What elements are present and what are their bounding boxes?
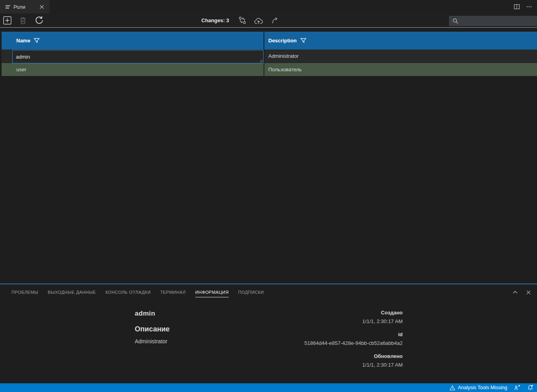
grid-header-row: Name Description bbox=[2, 32, 537, 49]
column-name-label: Name bbox=[16, 38, 30, 44]
add-row-button[interactable] bbox=[3, 16, 11, 25]
table-row-admin[interactable]: admin Administrator bbox=[2, 49, 537, 63]
panel-tab-information[interactable]: ИНФОРМАЦИЯ bbox=[191, 284, 233, 299]
information-view: admin Описание Administrator Создано 1/1… bbox=[135, 310, 403, 375]
list-icon bbox=[5, 4, 11, 10]
row-gutter[interactable] bbox=[2, 63, 12, 76]
name-cell-value: admin bbox=[16, 54, 30, 60]
description-cell[interactable]: Пользователь bbox=[264, 63, 302, 76]
editor-tab-bar: Роли bbox=[0, 0, 537, 13]
description-heading: Описание bbox=[135, 325, 170, 333]
table-row-user[interactable]: user Пользователь bbox=[2, 63, 537, 76]
tab-title: Роли bbox=[13, 4, 35, 10]
field-id: id 51864d44-e857-428e-94bb-cb52a6abb4a2 bbox=[304, 331, 403, 346]
close-panel-icon[interactable] bbox=[524, 288, 532, 296]
git-compare-icon[interactable] bbox=[238, 16, 247, 25]
filter-icon[interactable] bbox=[300, 38, 306, 43]
refresh-icon[interactable] bbox=[34, 16, 44, 25]
roles-data-grid: Name Description a bbox=[2, 32, 537, 76]
delete-row-button[interactable] bbox=[19, 17, 27, 25]
row-gutter[interactable] bbox=[2, 49, 12, 63]
status-warning[interactable]: Analysis Tools Missing bbox=[449, 383, 507, 392]
panel-tab-terminal[interactable]: ТЕРМИНАЛ bbox=[156, 284, 190, 299]
tab-roles[interactable]: Роли bbox=[0, 0, 50, 13]
more-actions-icon[interactable] bbox=[526, 4, 532, 10]
search-icon bbox=[452, 18, 459, 24]
column-header-name[interactable]: Name bbox=[12, 38, 40, 44]
redo-icon[interactable] bbox=[271, 17, 278, 24]
search-input[interactable] bbox=[449, 16, 537, 26]
search-field[interactable] bbox=[461, 18, 528, 24]
panel-tab-output[interactable]: ВЫХОДНЫЕ ДАННЫЕ bbox=[43, 284, 100, 299]
panel-tab-problems[interactable]: ПРОБЛЕМЫ bbox=[7, 284, 42, 299]
chevron-up-icon[interactable] bbox=[511, 288, 519, 296]
column-description-label: Description bbox=[268, 38, 297, 44]
column-header-description[interactable]: Description bbox=[264, 38, 306, 44]
bottom-panel: ПРОБЛЕМЫ ВЫХОДНЫЕ ДАННЫЕ КОНСОЛЬ ОТЛАДКИ… bbox=[0, 284, 537, 383]
name-cell[interactable]: user bbox=[12, 63, 26, 76]
filter-icon[interactable] bbox=[34, 38, 40, 43]
close-icon[interactable] bbox=[38, 3, 46, 11]
feedback-icon[interactable] bbox=[514, 383, 520, 392]
cloud-upload-icon[interactable] bbox=[254, 17, 263, 24]
panel-tab-subscriptions[interactable]: ПОДПИСКИ bbox=[234, 284, 268, 299]
changes-count-label: Changes: 3 bbox=[201, 17, 229, 23]
description-cell[interactable]: Administrator bbox=[264, 49, 299, 63]
description-text: Administrator bbox=[135, 338, 170, 344]
editor-toolbar: Changes: 3 bbox=[0, 13, 537, 28]
panel-tab-debug-console[interactable]: КОНСОЛЬ ОТЛАДКИ bbox=[101, 284, 155, 299]
panel-tab-bar: ПРОБЛЕМЫ ВЫХОДНЫЕ ДАННЫЕ КОНСОЛЬ ОТЛАДКИ… bbox=[0, 284, 537, 299]
split-editor-icon[interactable] bbox=[514, 4, 520, 10]
bell-dot-icon[interactable] bbox=[527, 383, 533, 392]
warning-icon bbox=[449, 385, 455, 390]
record-title: admin bbox=[135, 310, 170, 318]
name-cell-editor[interactable]: admin bbox=[12, 50, 264, 63]
header-gutter bbox=[2, 32, 12, 49]
field-created: Создано 1/1/1, 2:30:17 AM bbox=[304, 310, 403, 324]
status-warning-label: Analysis Tools Missing bbox=[458, 385, 507, 390]
field-updated: Обновлено 1/1/1, 2:30:17 AM bbox=[304, 353, 403, 368]
resize-handle-icon[interactable] bbox=[260, 59, 263, 63]
status-bar: Analysis Tools Missing bbox=[0, 383, 537, 392]
